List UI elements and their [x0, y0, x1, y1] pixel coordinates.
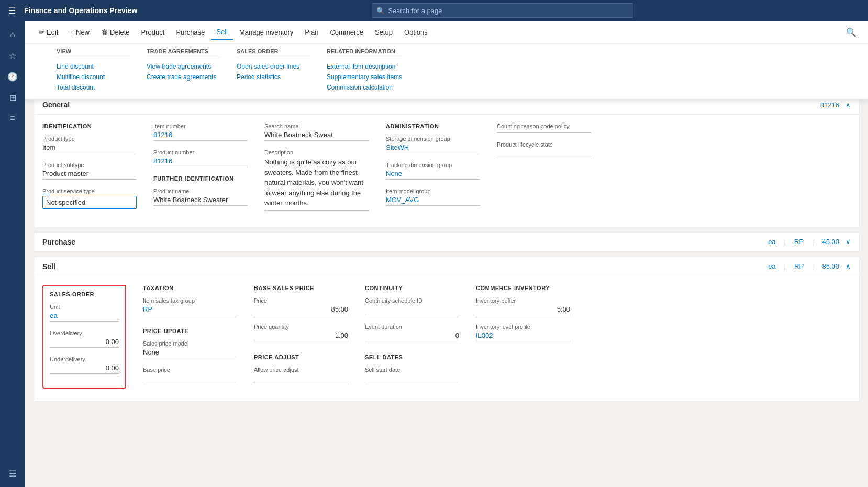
total-discount-link[interactable]: Total discount	[57, 82, 130, 93]
edit-button[interactable]: ✏ Edit	[34, 25, 63, 39]
open-sales-order-lines-link[interactable]: Open sales order lines	[237, 61, 310, 72]
period-statistics-link[interactable]: Period statistics	[237, 72, 310, 82]
overdelivery-field: Overdelivery 0.00	[50, 330, 119, 348]
sell-collapse-icon[interactable]: ∧	[845, 262, 851, 270]
search-name-value: White Boatneck Sweat	[264, 131, 369, 141]
sell-section-header[interactable]: Sell ea | RP | 85.00 ∧	[34, 257, 859, 276]
dropdown-sales-order-group: Sales order Open sales order lines Perio…	[237, 48, 310, 93]
storage-dimension-field: Storage dimension group SiteWH	[386, 136, 480, 153]
sell-unit: ea	[768, 262, 775, 270]
delete-button[interactable]: 🗑 Delete	[96, 25, 135, 39]
line-discount-link[interactable]: Line discount	[57, 61, 130, 72]
sales-price-model-field: Sales price model None	[143, 340, 237, 358]
product-lifecycle-field: Product lifecycle state	[497, 141, 591, 159]
plan-label: Plan	[305, 28, 318, 36]
product-number-value[interactable]: 81216	[153, 157, 248, 167]
event-duration-label: Event duration	[365, 324, 459, 330]
command-search-icon[interactable]: 🔍	[843, 24, 860, 40]
item-sales-tax-value[interactable]: RP	[143, 305, 237, 315]
sales-order-group-title: Sales order	[237, 48, 310, 58]
identification-title: IDENTIFICATION	[42, 123, 137, 129]
plan-button[interactable]: Plan	[299, 25, 324, 39]
sell-start-date-field: Sell start date	[365, 367, 459, 384]
general-collapse-icon[interactable]: ∧	[845, 101, 851, 109]
price-label: Price	[254, 297, 348, 304]
tracking-dimension-label: Tracking dimension group	[386, 162, 480, 168]
purchase-unit: ea	[768, 238, 775, 246]
supplementary-sales-items-link[interactable]: Supplementary sales items	[327, 72, 402, 82]
base-price-label: Base price	[143, 367, 237, 373]
continuity-group: CONTINUITY Continuity schedule ID Event …	[365, 285, 459, 393]
edit-icon: ✏	[39, 28, 44, 36]
product-type-value: Item	[42, 143, 137, 153]
purchase-section-title: Purchase	[42, 238, 75, 246]
price-quantity-label: Price quantity	[254, 324, 348, 330]
item-number-value[interactable]: 81216	[153, 131, 248, 141]
commerce-button[interactable]: Commerce	[325, 25, 369, 39]
search-placeholder: Search for a page	[388, 7, 442, 15]
description-value: Nothing is quite as cozy as our sweaters…	[264, 157, 369, 211]
sell-dates-title: SELL DATES	[365, 354, 459, 360]
item-model-group-field: Item model group MOV_AVG	[386, 188, 480, 206]
view-trade-agreements-link[interactable]: View trade agreements	[147, 61, 220, 72]
taxation-title: TAXATION	[143, 285, 237, 291]
app-title: Finance and Operations Preview	[24, 6, 137, 15]
sales-order-unit-label: Unit	[50, 304, 119, 310]
product-name-value: White Boatneck Sweater	[153, 196, 248, 206]
tracking-dimension-value[interactable]: None	[386, 170, 480, 180]
product-service-type-field: Product service type Not specified	[42, 188, 137, 209]
manage-inventory-label: Manage inventory	[239, 28, 293, 36]
purchase-section-header[interactable]: Purchase ea | RP | 45.00 ∨	[34, 233, 859, 252]
inventory-level-profile-value[interactable]: IL002	[476, 331, 570, 341]
page-content: ▼ Released product details 81216 : White…	[25, 44, 868, 487]
sell-price: 85.00	[822, 262, 839, 270]
setup-button[interactable]: Setup	[370, 25, 398, 39]
sales-order-unit-field: Unit ea	[50, 304, 119, 322]
global-search[interactable]: 🔍 Search for a page	[372, 3, 633, 18]
base-price-value	[143, 374, 237, 384]
delete-label: Delete	[110, 28, 130, 36]
sidebar-modules-icon[interactable]: ≡	[3, 109, 22, 128]
product-service-type-input[interactable]: Not specified	[42, 196, 137, 209]
trade-agreements-group-title: Trade agreements	[147, 48, 220, 58]
inventory-buffer-value: 5.00	[476, 305, 570, 315]
related-info-group-title: Related information	[327, 48, 402, 58]
search-name-label: Search name	[264, 123, 369, 129]
inventory-buffer-label: Inventory buffer	[476, 297, 570, 304]
sell-button[interactable]: Sell	[211, 25, 233, 40]
sidebar-recent-icon[interactable]: 🕐	[3, 67, 22, 86]
sidebar-favorites-icon[interactable]: ☆	[3, 46, 22, 65]
new-button[interactable]: + New	[64, 25, 95, 39]
sell-section-controls: ea | RP | 85.00 ∧	[768, 262, 851, 270]
product-button[interactable]: Product	[136, 25, 170, 39]
options-button[interactable]: Options	[399, 25, 433, 39]
purchase-collapse-icon[interactable]: ∨	[845, 238, 851, 246]
purchase-button[interactable]: Purchase	[171, 25, 210, 39]
search-icon: 🔍	[376, 7, 385, 15]
price-adjust-title: PRICE ADJUST	[254, 354, 348, 360]
manage-inventory-button[interactable]: Manage inventory	[234, 25, 298, 39]
hamburger-menu[interactable]: ☰	[6, 4, 18, 18]
storage-dimension-value[interactable]: SiteWH	[386, 143, 480, 153]
general-section-title: General	[42, 101, 70, 109]
external-item-description-link[interactable]: External item description	[327, 61, 402, 72]
product-type-field: Product type Item	[42, 136, 137, 153]
item-sales-tax-label: Item sales tax group	[143, 297, 237, 304]
command-bar: ✏ Edit + New 🗑 Delete Product Purchase S…	[25, 21, 868, 44]
sales-order-group: SALES ORDER Unit ea Overdelivery 0.00	[42, 285, 126, 389]
commission-calculation-link[interactable]: Commission calculation	[327, 82, 402, 93]
create-trade-agreements-link[interactable]: Create trade agreements	[147, 72, 220, 82]
description-group: Search name White Boatneck Sweat Descrip…	[264, 123, 369, 219]
sales-order-unit-value[interactable]: ea	[50, 312, 119, 322]
inventory-level-profile-field: Inventory level profile IL002	[476, 324, 570, 341]
item-model-group-value[interactable]: MOV_AVG	[386, 196, 480, 206]
new-icon: +	[70, 28, 74, 36]
setup-label: Setup	[375, 28, 393, 36]
sidebar-workspaces-icon[interactable]: ⊞	[3, 88, 22, 107]
sidebar-lines-icon[interactable]: ☰	[3, 464, 22, 483]
sidebar-home-icon[interactable]: ⌂	[3, 25, 22, 44]
sales-order-box: SALES ORDER Unit ea Overdelivery 0.00	[42, 285, 126, 389]
base-sales-price-title: BASE SALES PRICE	[254, 285, 348, 291]
multiline-discount-link[interactable]: Multiline discount	[57, 72, 130, 82]
counting-reason-field: Counting reason code policy	[497, 123, 591, 133]
